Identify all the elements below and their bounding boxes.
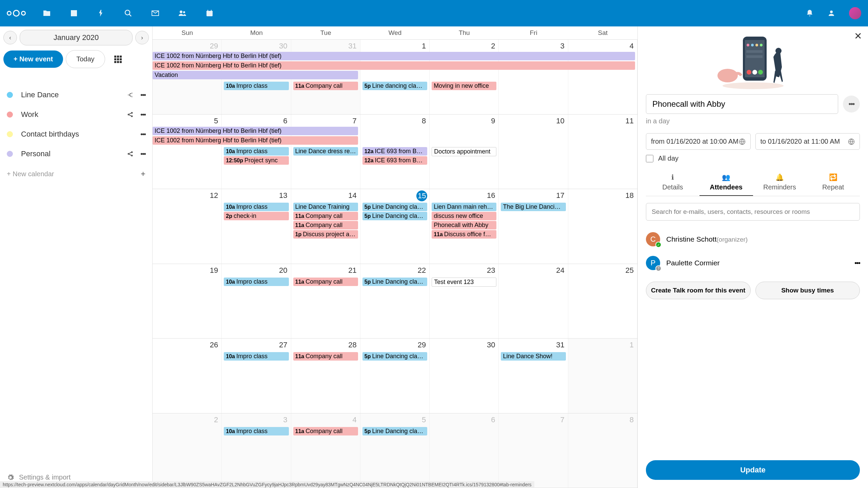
calendar-event[interactable]: 5pLine Dancing class Cc xyxy=(362,427,427,435)
calendar-item[interactable]: Contact birthdays ••• xyxy=(3,124,149,144)
spanning-event[interactable]: ICE 1002 from Nürnberg Hbf to Berlin Hbf… xyxy=(153,52,635,60)
calendar-event[interactable]: 11aDiscuss office furnitu xyxy=(432,230,496,239)
calendar-event[interactable]: 11aCompany call xyxy=(293,212,358,220)
next-month-button[interactable]: › xyxy=(135,31,149,44)
day-cell[interactable]: 18 xyxy=(568,189,637,264)
calendar-event[interactable]: Line Dance Training xyxy=(293,203,358,211)
contacts-app-icon[interactable] xyxy=(178,9,186,17)
user-avatar[interactable] xyxy=(849,7,861,19)
day-cell[interactable]: 6 xyxy=(430,413,499,488)
calendar-event[interactable]: 11aCompany call xyxy=(293,278,358,286)
day-cell[interactable]: 310aImpro class xyxy=(222,413,291,488)
calendar-event[interactable]: 11aCompany call xyxy=(293,221,358,229)
prev-month-button[interactable]: ‹ xyxy=(3,31,17,44)
talk-room-button[interactable]: Create Talk room for this event xyxy=(646,282,751,299)
share-icon[interactable] xyxy=(127,150,134,157)
calendar-event[interactable]: Phonecall with Abby xyxy=(432,221,496,229)
notifications-icon[interactable] xyxy=(806,9,814,17)
update-button[interactable]: Update xyxy=(646,460,860,480)
day-cell[interactable]: 19 xyxy=(153,264,222,339)
calendar-item[interactable]: Personal ••• xyxy=(3,144,149,164)
new-calendar-row[interactable]: + New calendar + xyxy=(3,164,149,184)
day-cell[interactable]: 7 xyxy=(499,413,568,488)
day-cell[interactable]: 155pLine Dancing class Cc5pLine Dancing … xyxy=(360,189,430,264)
day-cell[interactable]: 14Line Dance Training11aCompany call11aC… xyxy=(291,189,360,264)
calendar-more-button[interactable]: ••• xyxy=(140,130,145,138)
spanning-event[interactable]: ICE 1002 from Nürnberg Hbf to Berlin Hbf… xyxy=(153,136,358,145)
attendee-more-button[interactable]: ••• xyxy=(854,259,860,267)
calendar-event[interactable]: The Big Line Dancing Sh xyxy=(501,203,566,211)
share-icon[interactable] xyxy=(127,111,134,118)
busy-times-button[interactable]: Show busy times xyxy=(755,282,860,299)
calendar-event[interactable]: Doctors appointment xyxy=(432,147,496,156)
day-cell[interactable]: 2710aImpro class xyxy=(222,339,291,413)
calendar-item[interactable]: Line Dance ••• xyxy=(3,85,149,105)
day-cell[interactable]: 8 xyxy=(568,413,637,488)
day-cell[interactable]: 16Lien Dann main rehearsdiscuss new offi… xyxy=(430,189,499,264)
calendar-event[interactable]: 10aImpro class xyxy=(224,427,289,435)
day-cell[interactable]: 55pLine Dancing class Cc xyxy=(360,413,430,488)
calendar-event[interactable]: 5pLine Dancing class Cc xyxy=(362,212,427,220)
to-date-input[interactable]: to 01/16/2020 at 11:00 AM xyxy=(755,133,860,150)
day-cell[interactable]: 411aCompany call xyxy=(291,413,360,488)
day-cell[interactable]: 2111aCompany call xyxy=(291,264,360,339)
calendar-event[interactable]: 10aImpro class xyxy=(224,147,289,156)
day-cell[interactable]: 2010aImpro class xyxy=(222,264,291,339)
calendar-event[interactable]: Moving in new office xyxy=(432,82,496,90)
tab-attendees[interactable]: 👥Attendees xyxy=(699,169,753,196)
calendar-event[interactable]: Test event 123 xyxy=(432,278,496,287)
logo[interactable] xyxy=(7,10,26,17)
allday-checkbox[interactable] xyxy=(646,155,653,162)
day-cell[interactable]: 1 xyxy=(568,339,637,413)
calendar-event[interactable]: 5pLine Dancing class Cc xyxy=(362,203,427,211)
tab-repeat[interactable]: 🔁Repeat xyxy=(806,169,860,196)
calendar-item[interactable]: Work ••• xyxy=(3,105,149,124)
day-cell[interactable]: 24 xyxy=(499,264,568,339)
calendar-event[interactable]: Lien Dann main rehears xyxy=(432,203,496,211)
calendar-event[interactable]: 5pLine Dancing class Cc xyxy=(362,352,427,361)
mail-icon[interactable] xyxy=(151,9,159,17)
day-cell[interactable]: 23Test event 123 xyxy=(430,264,499,339)
day-cell[interactable]: 25 xyxy=(568,264,637,339)
day-cell[interactable]: 4 xyxy=(568,40,637,114)
day-cell[interactable]: 12 xyxy=(153,189,222,264)
spanning-event[interactable]: ICE 1002 from Nürnberg Hbf to Berlin Hbf… xyxy=(153,61,635,70)
day-cell[interactable]: 7Line Dance dress rehear xyxy=(291,115,360,189)
day-cell[interactable]: 1310aImpro class2pcheck-in xyxy=(222,189,291,264)
calendar-event[interactable]: 10aImpro class xyxy=(224,278,289,286)
calendar-event[interactable]: 10aImpro class xyxy=(224,352,289,361)
calendar-more-button[interactable]: ••• xyxy=(140,91,145,99)
day-cell[interactable]: 2 xyxy=(153,413,222,488)
month-label[interactable]: January 2020 xyxy=(20,30,133,45)
close-icon[interactable]: ✕ xyxy=(854,30,862,42)
event-more-button[interactable]: ••• xyxy=(843,96,860,113)
view-toggle-button[interactable] xyxy=(111,53,125,66)
day-cell[interactable]: 2Moving in new office xyxy=(430,40,499,114)
spanning-event[interactable]: ICE 1002 from Nürnberg Hbf to Berlin Hbf… xyxy=(153,127,358,135)
calendar-event[interactable]: 5pLine dancing class Co xyxy=(362,82,427,90)
calendar-more-button[interactable]: ••• xyxy=(140,150,145,158)
day-cell[interactable]: 26 xyxy=(153,339,222,413)
day-cell[interactable]: 610aImpro class12:50pProject sync xyxy=(222,115,291,189)
tab-details[interactable]: ℹDetails xyxy=(646,169,699,196)
new-event-button[interactable]: + New event xyxy=(3,50,63,68)
calendar-event[interactable]: 1pDiscuss project annou xyxy=(293,230,358,239)
contacts-menu-icon[interactable] xyxy=(827,9,835,17)
day-cell[interactable]: 812aICE 693 from Berlin H12aICE 693 from… xyxy=(360,115,430,189)
plus-icon[interactable]: + xyxy=(141,169,145,179)
day-cell[interactable]: 31Line Dance Show! xyxy=(499,339,568,413)
day-cell[interactable]: 9Doctors appointment xyxy=(430,115,499,189)
calendar-event[interactable]: 12:50pProject sync xyxy=(224,156,289,165)
share-icon[interactable] xyxy=(127,92,134,98)
calendar-event[interactable]: discuss new office xyxy=(432,212,496,220)
calendar-more-button[interactable]: ••• xyxy=(140,111,145,119)
tab-reminders[interactable]: 🔔Reminders xyxy=(753,169,807,196)
day-cell[interactable]: 10 xyxy=(499,115,568,189)
calendar-event[interactable]: 11aCompany call xyxy=(293,427,358,435)
photos-icon[interactable] xyxy=(70,9,78,17)
calendar-event[interactable]: 12aICE 693 from Berlin H xyxy=(362,147,427,156)
calendar-event[interactable]: 11aCompany call xyxy=(293,82,358,90)
calendar-event[interactable]: 10aImpro class xyxy=(224,82,289,90)
activity-icon[interactable] xyxy=(97,9,105,17)
calendar-event[interactable]: 11aCompany call xyxy=(293,352,358,361)
